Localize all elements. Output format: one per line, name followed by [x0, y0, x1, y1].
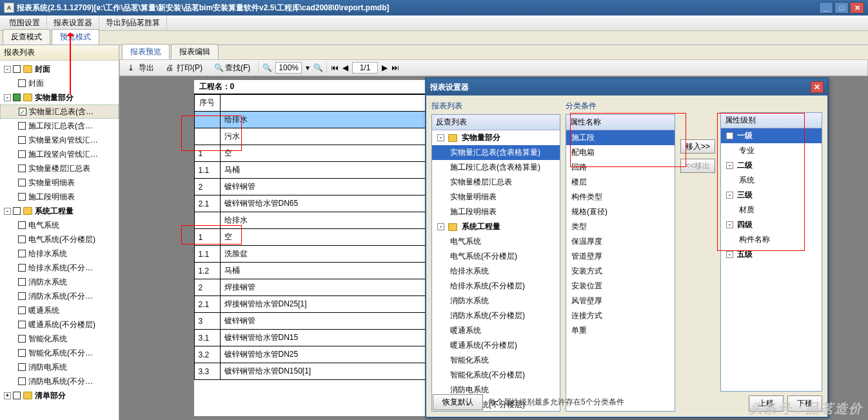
list-item[interactable]: 给排水系统: [432, 264, 560, 279]
list-item[interactable]: 电气系统: [432, 234, 560, 249]
checkbox[interactable]: [18, 264, 26, 272]
zoom-dropdown-icon[interactable]: ▾: [306, 63, 310, 72]
move-in-button[interactable]: 移入>>: [680, 139, 715, 154]
checkbox[interactable]: [18, 165, 26, 172]
tree-item[interactable]: 消防电系统(不分…: [0, 374, 119, 388]
tree-item[interactable]: 暖通系统: [0, 303, 119, 317]
level-item[interactable]: -四级: [721, 217, 822, 232]
tree-item[interactable]: 实物量楼层汇总表: [0, 161, 119, 175]
zoom-select[interactable]: 100%: [275, 62, 302, 74]
list-item[interactable]: 类型: [566, 219, 675, 234]
dialog-level-list[interactable]: 属性级别-一级专业-二级系统-三级材质-四级构件名称-五级: [720, 112, 822, 392]
zoom-in-icon[interactable]: 🔍: [313, 63, 322, 72]
list-item[interactable]: 安装方式: [566, 264, 675, 279]
tree-toggle-icon[interactable]: -: [4, 208, 11, 215]
checkbox[interactable]: [18, 179, 26, 186]
checkbox[interactable]: [18, 278, 26, 286]
tree-item[interactable]: 给排水系统: [0, 246, 119, 261]
tree-toggle-icon[interactable]: +: [4, 392, 11, 399]
checkbox[interactable]: [13, 94, 21, 101]
checkbox[interactable]: [18, 306, 26, 314]
zoom-out-icon[interactable]: 🔍: [262, 63, 271, 72]
list-item[interactable]: 楼层: [566, 175, 675, 190]
menu-export[interactable]: 导出到品茗胜算: [99, 15, 167, 30]
tree-toggle-icon[interactable]: -: [4, 94, 11, 101]
tree-item[interactable]: 实物量汇总表(含…: [0, 105, 119, 119]
list-item[interactable]: 消防水系统: [432, 294, 560, 308]
checkbox[interactable]: [18, 363, 26, 371]
list-item[interactable]: 暖通系统: [432, 323, 560, 338]
list-item[interactable]: 智能化系统: [432, 353, 560, 368]
list-item[interactable]: 实物量明细表: [432, 190, 560, 205]
level-item[interactable]: -一级: [721, 128, 822, 143]
nav-last-icon[interactable]: ⏭: [391, 63, 399, 72]
checkbox[interactable]: [19, 108, 26, 115]
tree-item[interactable]: 智能化系统: [0, 332, 119, 346]
checkbox[interactable]: [18, 122, 26, 130]
checkbox[interactable]: [13, 392, 21, 399]
list-item[interactable]: 风管壁厚: [566, 294, 675, 308]
checkbox[interactable]: [13, 207, 21, 215]
leaf-item[interactable]: 材质: [721, 203, 822, 217]
dialog-report-list[interactable]: 反查列表-实物量部分实物量汇总表(含表格算量)施工段汇总表(含表格算量)实物量楼…: [431, 114, 560, 412]
tree-toggle-icon[interactable]: -: [726, 162, 733, 169]
list-item[interactable]: 连接方式: [566, 308, 675, 323]
move-out-button[interactable]: <<移出: [680, 159, 715, 173]
list-item[interactable]: 管道壁厚: [566, 249, 675, 264]
checkbox[interactable]: [18, 136, 26, 144]
list-item[interactable]: 施工段明细表: [432, 205, 560, 219]
close-button[interactable]: ✕: [850, 2, 864, 14]
export-button[interactable]: ⤓导出: [124, 61, 158, 75]
dialog-close-button[interactable]: ✕: [811, 81, 824, 93]
checkbox[interactable]: [18, 335, 26, 343]
leaf-item[interactable]: 专业: [721, 143, 822, 158]
tree-group[interactable]: -系统工程量: [0, 204, 119, 218]
tree-item[interactable]: 封面: [0, 76, 119, 90]
tree-toggle-icon[interactable]: -: [437, 223, 444, 230]
tree-group[interactable]: +清单部分: [0, 388, 119, 403]
tree-group[interactable]: -实物量部分: [0, 90, 119, 105]
list-item[interactable]: 保温厚度: [566, 234, 675, 249]
checkbox[interactable]: [18, 150, 26, 158]
checkbox[interactable]: [13, 65, 21, 73]
list-item[interactable]: 实物量汇总表(含表格算量): [432, 145, 560, 160]
tree-toggle-icon[interactable]: -: [726, 251, 733, 258]
maximize-button[interactable]: □: [834, 2, 849, 14]
nav-prev-icon[interactable]: ◀: [342, 63, 348, 72]
tree-item[interactable]: 消防水系统(不分…: [0, 289, 119, 303]
list-item[interactable]: 施工段: [566, 130, 675, 145]
restore-default-button[interactable]: 恢复默认: [433, 394, 483, 410]
list-item[interactable]: 智能化系统(不分楼层): [432, 368, 560, 383]
checkbox[interactable]: [18, 292, 26, 300]
nav-first-icon[interactable]: ⏮: [331, 63, 339, 72]
level-item[interactable]: -五级: [721, 247, 822, 262]
checkbox[interactable]: [18, 193, 26, 201]
print-button[interactable]: 🖨打印(P): [162, 61, 206, 75]
dialog-property-list[interactable]: 属性名称施工段配电箱回路楼层构件类型规格(直径)类型保温厚度管道壁厚安装方式安装…: [566, 114, 675, 412]
tree-item[interactable]: 施工段明细表: [0, 190, 119, 204]
tree-toggle-icon[interactable]: -: [726, 192, 733, 199]
tree-item[interactable]: 电气系统: [0, 218, 119, 232]
checkbox[interactable]: [18, 349, 26, 357]
menu-range-settings[interactable]: 范围设置: [3, 15, 47, 30]
list-item[interactable]: 施工段汇总表(含表格算量): [432, 160, 560, 175]
tree-item[interactable]: 消防水系统: [0, 275, 119, 289]
tree-item[interactable]: 电气系统(不分楼层): [0, 232, 119, 246]
tree-toggle-icon[interactable]: -: [4, 66, 11, 73]
checkbox[interactable]: [18, 221, 26, 229]
tab-edit[interactable]: 报表编辑: [171, 44, 219, 59]
list-item[interactable]: 实物量楼层汇总表: [432, 175, 560, 190]
list-item[interactable]: 构件类型: [566, 190, 675, 205]
list-item[interactable]: 规格(直径): [566, 205, 675, 219]
list-group[interactable]: -实物量部分: [432, 130, 560, 145]
tree-toggle-icon[interactable]: -: [726, 221, 733, 228]
find-button[interactable]: 🔍查找(F): [210, 61, 254, 75]
list-item[interactable]: 回路: [566, 160, 675, 175]
tree-group[interactable]: -封面: [0, 62, 119, 76]
nav-next-icon[interactable]: ▶: [382, 63, 388, 72]
level-item[interactable]: -三级: [721, 188, 822, 203]
checkbox[interactable]: [18, 235, 26, 243]
leaf-item[interactable]: 构件名称: [721, 232, 822, 247]
checkbox[interactable]: [18, 250, 26, 257]
list-item[interactable]: 安装位置: [566, 279, 675, 294]
